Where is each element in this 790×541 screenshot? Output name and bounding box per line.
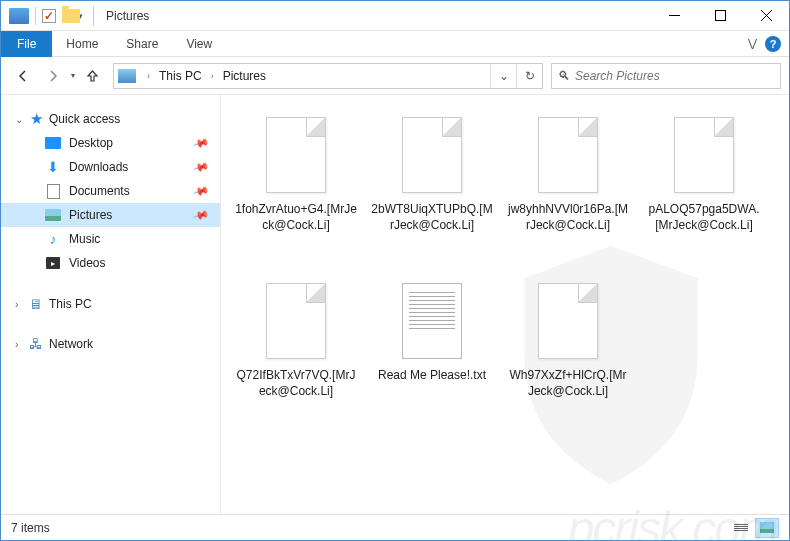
file-item[interactable]: pALOQ57pga5DWA.[MrJeck@Cock.Li]	[639, 111, 769, 271]
window-title: Pictures	[104, 9, 149, 23]
item-count: 7 items	[11, 521, 50, 535]
file-label: 1fohZvrAtuo+G4.[MrJeck@Cock.Li]	[231, 201, 361, 233]
star-icon: ★	[27, 110, 45, 128]
qat-new-folder[interactable]: ▾	[62, 9, 83, 23]
chevron-right-icon[interactable]: ›	[206, 71, 219, 81]
video-icon	[43, 257, 63, 269]
tab-share[interactable]: Share	[112, 31, 172, 57]
up-button[interactable]	[79, 63, 105, 89]
minimize-button[interactable]	[651, 1, 697, 31]
pc-icon: 🖥	[27, 296, 45, 312]
search-input[interactable]	[575, 69, 774, 83]
address-dropdown-button[interactable]: ⌄	[490, 64, 516, 88]
titlebar: ✓ ▾ Pictures	[1, 1, 789, 31]
address-bar[interactable]: › This PC › Pictures ⌄ ↻	[113, 63, 543, 89]
this-pc-header[interactable]: › 🖥 This PC	[1, 293, 220, 315]
forward-button[interactable]	[39, 62, 67, 90]
file-item[interactable]: Q72IfBkTxVr7VQ.[MrJeck@Cock.Li]	[231, 277, 361, 437]
generic-file-icon	[674, 117, 734, 193]
sidebar-item-desktop[interactable]: Desktop 📌	[1, 131, 220, 155]
body: ⌄ ★ Quick access Desktop 📌 ⬇ Downloads 📌…	[1, 95, 789, 514]
file-label: Q72IfBkTxVr7VQ.[MrJeck@Cock.Li]	[231, 367, 361, 399]
quick-access-header[interactable]: ⌄ ★ Quick access	[1, 107, 220, 131]
download-icon: ⬇	[43, 159, 63, 175]
title-separator	[93, 6, 94, 26]
file-list[interactable]: 1fohZvrAtuo+G4.[MrJeck@Cock.Li]2bWT8UiqX…	[221, 95, 789, 514]
file-label: Read Me Please!.txt	[374, 367, 490, 383]
breadcrumb-this-pc[interactable]: This PC	[155, 64, 206, 88]
navigation-bar: ▾ › This PC › Pictures ⌄ ↻ 🔍︎	[1, 57, 789, 95]
generic-file-icon	[266, 117, 326, 193]
tab-view[interactable]: View	[172, 31, 226, 57]
network-label: Network	[49, 337, 93, 351]
generic-file-icon	[538, 117, 598, 193]
location-icon	[118, 69, 136, 83]
ribbon-tabs: File Home Share View ⋁ ?	[1, 31, 789, 57]
view-switcher	[729, 518, 779, 538]
sidebar-item-downloads[interactable]: ⬇ Downloads 📌	[1, 155, 220, 179]
sidebar-item-label: Music	[69, 232, 214, 246]
details-view-button[interactable]	[729, 518, 753, 538]
window-controls	[651, 1, 789, 31]
search-icon: 🔍︎	[558, 69, 570, 83]
svg-rect-1	[715, 11, 725, 21]
file-item[interactable]: Read Me Please!.txt	[367, 277, 497, 437]
file-item[interactable]: 1fohZvrAtuo+G4.[MrJeck@Cock.Li]	[231, 111, 361, 271]
pictures-icon	[43, 209, 63, 221]
document-icon	[43, 184, 63, 199]
file-label: Wh97XxZf+HlCrQ.[MrJeck@Cock.Li]	[503, 367, 633, 399]
generic-file-icon	[538, 283, 598, 359]
chevron-right-icon[interactable]: ›	[142, 71, 155, 81]
quick-access-section: ⌄ ★ Quick access Desktop 📌 ⬇ Downloads 📌…	[1, 107, 220, 275]
navigation-pane[interactable]: ⌄ ★ Quick access Desktop 📌 ⬇ Downloads 📌…	[1, 95, 221, 514]
sidebar-item-music[interactable]: ♪ Music	[1, 227, 220, 251]
expand-icon[interactable]: ›	[15, 339, 27, 350]
breadcrumb-label: This PC	[159, 69, 202, 83]
close-button[interactable]	[743, 1, 789, 31]
expand-icon[interactable]: ›	[15, 299, 27, 310]
music-icon: ♪	[43, 231, 63, 247]
file-item[interactable]: Wh97XxZf+HlCrQ.[MrJeck@Cock.Li]	[503, 277, 633, 437]
network-section: › 🖧 Network	[1, 333, 220, 355]
sidebar-item-label: Videos	[69, 256, 214, 270]
file-tab[interactable]: File	[1, 31, 52, 57]
sidebar-item-pictures[interactable]: Pictures 📌	[1, 203, 220, 227]
quick-access-label: Quick access	[49, 112, 120, 126]
network-header[interactable]: › 🖧 Network	[1, 333, 220, 355]
titlebar-left: ✓ ▾ Pictures	[1, 6, 149, 26]
generic-file-icon	[402, 117, 462, 193]
status-bar: 7 items pcrisk.com	[1, 514, 789, 540]
search-box[interactable]: 🔍︎	[551, 63, 781, 89]
file-label: 2bWT8UiqXTUPbQ.[MrJeck@Cock.Li]	[367, 201, 497, 233]
maximize-button[interactable]	[697, 1, 743, 31]
folder-icon	[62, 9, 80, 23]
file-label: pALOQ57pga5DWA.[MrJeck@Cock.Li]	[639, 201, 769, 233]
help-button[interactable]: ?	[765, 36, 781, 52]
network-icon: 🖧	[27, 336, 45, 352]
desktop-icon	[43, 137, 63, 149]
tab-home[interactable]: Home	[52, 31, 112, 57]
back-button[interactable]	[9, 62, 37, 90]
file-item[interactable]: 2bWT8UiqXTUPbQ.[MrJeck@Cock.Li]	[367, 111, 497, 271]
collapse-ribbon-button[interactable]: ⋁	[748, 37, 757, 50]
generic-file-icon	[266, 283, 326, 359]
recent-locations-button[interactable]: ▾	[69, 71, 77, 80]
file-item[interactable]: jw8yhhNVVl0r16Pa.[MrJeck@Cock.Li]	[503, 111, 633, 271]
this-pc-label: This PC	[49, 297, 92, 311]
explorer-app-icon	[9, 8, 29, 24]
qat-separator	[35, 7, 36, 25]
sidebar-item-videos[interactable]: Videos	[1, 251, 220, 275]
breadcrumb-label: Pictures	[223, 69, 266, 83]
breadcrumb-pictures[interactable]: Pictures	[219, 64, 270, 88]
this-pc-section: › 🖥 This PC	[1, 293, 220, 315]
collapse-icon[interactable]: ⌄	[15, 114, 27, 125]
refresh-button[interactable]: ↻	[516, 64, 542, 88]
file-label: jw8yhhNVVl0r16Pa.[MrJeck@Cock.Li]	[503, 201, 633, 233]
text-file-icon	[402, 283, 462, 359]
qat-properties-icon[interactable]: ✓	[42, 9, 56, 23]
sidebar-item-documents[interactable]: Documents 📌	[1, 179, 220, 203]
large-icons-view-button[interactable]	[755, 518, 779, 538]
